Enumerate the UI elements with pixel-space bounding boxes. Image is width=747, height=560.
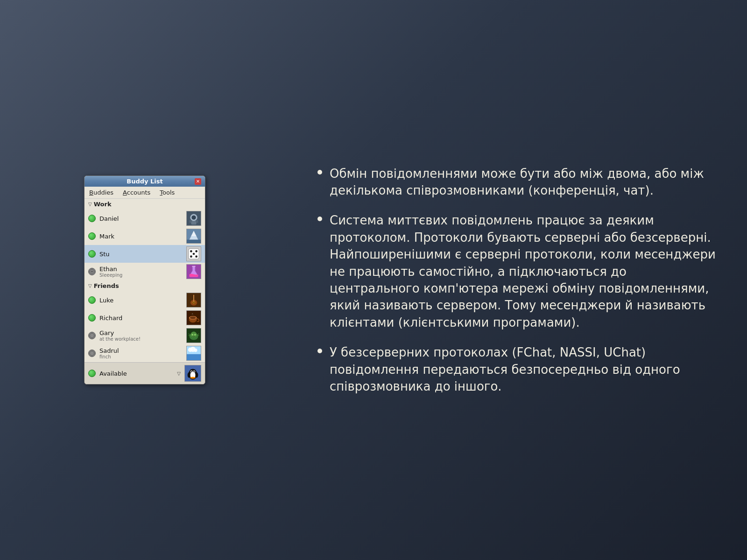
svg-rect-3: [191, 221, 196, 225]
status-dot-daniel: [88, 215, 96, 222]
svg-point-16: [193, 253, 195, 255]
buddy-name-sadrul: Sadrul: [99, 347, 183, 354]
buddy-name-block-daniel: Daniel: [99, 215, 183, 222]
buddy-name-block-ethan: Ethan Sleeeping: [99, 266, 183, 278]
svg-rect-22: [193, 295, 194, 303]
svg-point-35: [191, 334, 193, 336]
buddy-list-window: Buddy List ✕ Buddies Accounts Tools ▽ Wo…: [84, 175, 205, 385]
group-friends-label: Friends: [94, 282, 119, 289]
available-label: Available: [99, 370, 173, 377]
buddy-avatar-luke: [186, 293, 201, 308]
buddy-gary[interactable]: Gary at the workplace!: [85, 327, 205, 344]
bullet-dot: [317, 170, 322, 175]
status-dot-sadrul: [88, 350, 96, 357]
status-dot-gary: [88, 332, 96, 339]
menu-tools[interactable]: Tools: [159, 188, 176, 197]
svg-rect-4: [190, 220, 191, 223]
buddy-status-ethan: Sleeeping: [99, 273, 183, 278]
svg-rect-19: [192, 266, 196, 267]
svg-point-2: [191, 215, 196, 219]
right-panel: Обмін повідомленнями може бути або між д…: [289, 147, 747, 414]
buddy-name-block-richard: Richard: [99, 315, 183, 322]
buddy-avatar-daniel: [186, 211, 201, 226]
svg-point-36: [194, 334, 196, 336]
buddy-status-gary: at the workplace!: [99, 336, 183, 342]
buddy-name-daniel: Daniel: [99, 215, 183, 222]
svg-point-55: [190, 377, 195, 379]
window-titlebar: Buddy List ✕: [85, 176, 205, 187]
status-dot-luke: [88, 296, 96, 304]
bullet-text-2: Система миттєвих повідомлень працює за д…: [330, 212, 719, 331]
group-work[interactable]: ▽ Work: [85, 199, 205, 210]
svg-rect-43: [187, 353, 201, 360]
buddy-mark[interactable]: Mark: [85, 227, 205, 245]
buddy-status-sadrul: finch: [99, 354, 183, 359]
svg-point-30: [190, 316, 196, 319]
buddy-avatar-ethan: [186, 264, 201, 279]
status-dropdown-arrow[interactable]: ▽: [177, 371, 181, 376]
buddy-name-block-sadrul: Sadrul finch: [99, 347, 183, 359]
buddy-name-luke: Luke: [99, 297, 183, 304]
menu-buddies[interactable]: Buddies: [88, 188, 114, 197]
svg-point-47: [194, 349, 197, 352]
buddy-stu[interactable]: Stu: [85, 245, 205, 263]
bullet-list: Обмін повідомленнями може бути або між д…: [317, 165, 719, 395]
buddy-avatar-mark: [186, 229, 201, 244]
user-avatar: [184, 365, 201, 382]
svg-point-56: [188, 372, 190, 378]
list-item: Система миттєвих повідомлень працює за д…: [317, 212, 719, 331]
svg-point-53: [191, 371, 192, 372]
buddy-avatar-richard: [186, 310, 201, 325]
menu-bar: Buddies Accounts Tools: [85, 187, 205, 199]
menu-accounts[interactable]: Accounts: [122, 188, 151, 197]
svg-point-31: [90, 333, 94, 338]
buddy-richard[interactable]: Richard: [85, 309, 205, 327]
svg-point-57: [196, 372, 198, 378]
bullet-text-3: У безсерверних протоколах (FChat, NASSI,…: [330, 344, 719, 395]
status-dot-mark: [88, 232, 96, 240]
bottom-bar: Available ▽: [85, 362, 205, 384]
expand-friends-icon: ▽: [88, 283, 92, 288]
buddy-name-block-mark: Mark: [99, 233, 183, 240]
window-title: Buddy List: [95, 178, 195, 185]
svg-point-12: [190, 250, 192, 252]
bullet-dot: [317, 349, 322, 353]
buddy-name-block-gary: Gary at the workplace!: [99, 329, 183, 342]
buddy-name-block-luke: Luke: [99, 297, 183, 304]
status-dot-ethan: [88, 268, 96, 275]
buddy-daniel[interactable]: Daniel: [85, 210, 205, 227]
buddy-name-gary: Gary: [99, 329, 183, 336]
buddy-name-stu: Stu: [99, 251, 183, 258]
buddy-ethan[interactable]: Ethan Sleeeping: [85, 263, 205, 280]
left-panel: Buddy List ✕ Buddies Accounts Tools ▽ Wo…: [0, 0, 289, 560]
svg-point-13: [195, 250, 197, 252]
svg-point-41: [90, 351, 94, 356]
buddy-name-ethan: Ethan: [99, 266, 183, 273]
buddy-avatar-gary: [186, 328, 201, 343]
svg-point-54: [193, 371, 195, 372]
expand-work-icon: ▽: [88, 202, 92, 207]
svg-point-15: [195, 255, 197, 258]
buddy-luke[interactable]: Luke: [85, 291, 205, 309]
buddy-avatar-stu: [186, 246, 201, 261]
available-status-dot: [88, 370, 96, 377]
group-friends[interactable]: ▽ Friends: [85, 280, 205, 291]
svg-point-14: [190, 255, 192, 258]
buddy-sadrul[interactable]: Sadrul finch: [85, 344, 205, 362]
group-work-label: Work: [94, 201, 112, 208]
status-dot-stu: [88, 250, 96, 258]
status-dot-richard: [88, 314, 96, 322]
close-button[interactable]: ✕: [195, 178, 201, 185]
buddy-name-richard: Richard: [99, 315, 183, 322]
list-item: У безсерверних протоколах (FChat, NASSI,…: [317, 344, 719, 395]
buddy-avatar-sadrul: [186, 346, 201, 361]
svg-rect-9: [187, 240, 201, 244]
bullet-dot: [317, 217, 322, 221]
buddy-name-mark: Mark: [99, 233, 183, 240]
bullet-text-1: Обмін повідомленнями може бути або між д…: [330, 165, 719, 199]
svg-rect-5: [197, 220, 198, 223]
buddy-name-block-stu: Stu: [99, 251, 183, 258]
list-item: Обмін повідомленнями може бути або між д…: [317, 165, 719, 199]
